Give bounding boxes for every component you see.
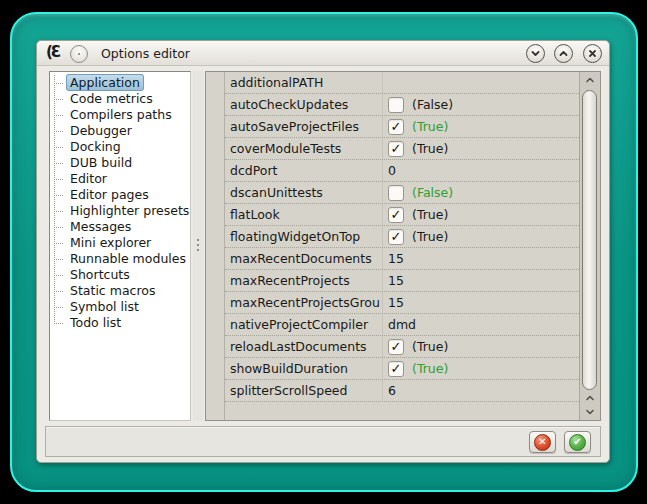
options-editor-window: (Ɛ Options editor ApplicationCode metric… <box>36 40 610 463</box>
property-row[interactable]: flatLook ✓ (True) <box>225 204 581 226</box>
sidebar-item-shortcuts[interactable]: Shortcuts <box>50 267 190 283</box>
property-row[interactable]: floatingWidgetOnTop ✓ (True) <box>225 226 581 248</box>
checkbox[interactable]: ✓ <box>388 361 404 377</box>
property-row[interactable]: dcdPort 0 <box>225 160 581 182</box>
sidebar-item-mini-explorer[interactable]: Mini explorer <box>50 235 190 251</box>
checkbox[interactable]: ✓ <box>388 141 404 157</box>
property-name[interactable]: maxRecentProjects <box>225 270 383 291</box>
checkbox[interactable]: ✓ <box>388 229 404 245</box>
property-value[interactable]: 15 <box>383 248 581 269</box>
property-name[interactable]: splitterScrollSpeed <box>225 380 383 401</box>
property-row[interactable]: reloadLastDocuments ✓ (True) <box>225 336 581 358</box>
sidebar-item-label: Debugger <box>66 122 136 139</box>
sidebar-item-label: Shortcuts <box>66 266 134 283</box>
property-value[interactable]: ✓ (True) <box>383 138 581 159</box>
property-value[interactable]: 15 <box>383 270 581 291</box>
property-row[interactable]: additionalPATH <box>225 72 581 94</box>
property-value[interactable]: 15 <box>383 292 581 313</box>
checkbox[interactable]: ✓ <box>388 207 404 223</box>
sidebar-item-label: Mini explorer <box>66 234 155 251</box>
property-name[interactable]: dcdPort <box>225 160 383 181</box>
chevron-up-icon <box>585 76 595 84</box>
sidebar-item-editor-pages[interactable]: Editor pages <box>50 187 190 203</box>
property-name[interactable]: maxRecentProjectsGrou <box>225 292 383 313</box>
property-name[interactable]: reloadLastDocuments <box>225 336 383 357</box>
property-value-text: dmd <box>388 317 416 332</box>
close-button[interactable] <box>583 44 602 63</box>
sidebar-item-highlighter-presets[interactable]: Highlighter presets <box>50 203 190 219</box>
checkbox[interactable]: ✓ <box>388 119 404 135</box>
scroll-up-button[interactable] <box>580 72 600 88</box>
property-name[interactable]: maxRecentDocuments <box>225 248 383 269</box>
property-value[interactable]: ✓ (True) <box>383 226 581 247</box>
property-row[interactable]: splitterScrollSpeed 6 <box>225 380 581 402</box>
property-row[interactable]: autoSaveProjectFiles ✓ (True) <box>225 116 581 138</box>
checkmark-icon: ✓ <box>391 142 402 155</box>
property-value[interactable]: ✓ (True) <box>383 336 581 357</box>
property-name[interactable]: showBuildDuration <box>225 358 383 379</box>
ok-check-icon: ✔ <box>569 434 586 451</box>
titlebar[interactable]: (Ɛ Options editor <box>37 41 609 66</box>
property-value-text: (True) <box>412 229 448 244</box>
property-row[interactable]: maxRecentProjects 15 <box>225 270 581 292</box>
property-row[interactable]: dscanUnittests ✓ (False) <box>225 182 581 204</box>
chevron-down-icon <box>530 48 541 59</box>
checkbox[interactable]: ✓ <box>388 339 404 355</box>
property-grid[interactable]: additionalPATH autoCheckUpdates ✓ (False… <box>205 71 601 421</box>
property-value[interactable]: ✓ (False) <box>383 182 581 203</box>
sidebar-item-messages[interactable]: Messages <box>50 219 190 235</box>
property-value[interactable]: ✓ (True) <box>383 358 581 379</box>
window-menu-button[interactable] <box>70 45 88 63</box>
category-tree[interactable]: ApplicationCode metricsCompilers pathsDe… <box>49 71 191 421</box>
vertical-scrollbar[interactable] <box>579 72 600 420</box>
property-value[interactable] <box>383 72 581 93</box>
shade-button[interactable] <box>526 44 545 63</box>
property-name[interactable]: coverModuleTests <box>225 138 383 159</box>
scrollbar-thumb[interactable] <box>582 90 597 390</box>
sidebar-item-label: Runnable modules <box>66 250 190 267</box>
sidebar-item-debugger[interactable]: Debugger <box>50 123 190 139</box>
sidebar-item-todo-list[interactable]: Todo list <box>50 315 190 331</box>
sidebar-item-static-macros[interactable]: Static macros <box>50 283 190 299</box>
property-row[interactable]: maxRecentProjectsGrou 15 <box>225 292 581 314</box>
property-value-text: 15 <box>388 295 404 310</box>
sidebar-item-label: Docking <box>66 138 125 155</box>
scroll-down-button[interactable] <box>580 404 600 420</box>
property-name[interactable]: additionalPATH <box>225 72 383 93</box>
sidebar-item-label: Static macros <box>66 282 159 299</box>
coedit-logo-icon: (Ɛ <box>46 43 59 61</box>
property-value[interactable]: ✓ (True) <box>383 116 581 137</box>
cancel-button[interactable]: ✕ <box>529 431 556 453</box>
property-name[interactable]: dscanUnittests <box>225 182 383 203</box>
property-row[interactable]: autoCheckUpdates ✓ (False) <box>225 94 581 116</box>
checkbox[interactable]: ✓ <box>388 185 404 201</box>
splitter-handle[interactable] <box>193 71 203 421</box>
property-value[interactable]: ✓ (True) <box>383 204 581 225</box>
sidebar-item-editor[interactable]: Editor <box>50 171 190 187</box>
sidebar-item-code-metrics[interactable]: Code metrics <box>50 91 190 107</box>
property-row[interactable]: coverModuleTests ✓ (True) <box>225 138 581 160</box>
checkbox[interactable]: ✓ <box>388 97 404 113</box>
property-name[interactable]: autoCheckUpdates <box>225 94 383 115</box>
property-name[interactable]: nativeProjectCompiler <box>225 314 383 335</box>
property-name[interactable]: floatingWidgetOnTop <box>225 226 383 247</box>
property-value[interactable]: 6 <box>383 380 581 401</box>
unshade-button[interactable] <box>554 44 573 63</box>
sidebar-item-symbol-list[interactable]: Symbol list <box>50 299 190 315</box>
property-value-text: 15 <box>388 251 404 266</box>
sidebar-item-compilers-paths[interactable]: Compilers paths <box>50 107 190 123</box>
sidebar-item-dub-build[interactable]: DUB build <box>50 155 190 171</box>
property-row[interactable]: nativeProjectCompiler dmd <box>225 314 581 336</box>
property-value-text: (False) <box>412 185 453 200</box>
property-value[interactable]: ✓ (False) <box>383 94 581 115</box>
property-row[interactable]: showBuildDuration ✓ (True) <box>225 358 581 380</box>
sidebar-item-runnable-modules[interactable]: Runnable modules <box>50 251 190 267</box>
ok-button[interactable]: ✔ <box>564 431 591 453</box>
property-row[interactable]: maxRecentDocuments 15 <box>225 248 581 270</box>
property-name[interactable]: autoSaveProjectFiles <box>225 116 383 137</box>
sidebar-item-application[interactable]: Application <box>50 75 190 91</box>
property-name[interactable]: flatLook <box>225 204 383 225</box>
property-value[interactable]: 0 <box>383 160 581 181</box>
property-value[interactable]: dmd <box>383 314 581 335</box>
sidebar-item-docking[interactable]: Docking <box>50 139 190 155</box>
